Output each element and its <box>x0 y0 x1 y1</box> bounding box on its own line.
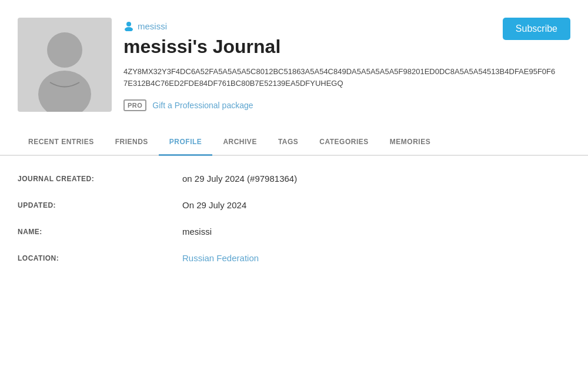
page-header: mesissi mesissi's Journal 4ZY8MX32Y3F4DC… <box>0 0 588 124</box>
label-location: LOCATION: <box>18 253 182 262</box>
avatar <box>18 18 112 112</box>
pro-line: PRO Gift a Professional package <box>123 99 570 111</box>
hash-code: 4ZY8MX32Y3F4DC6A52FA5A5A5A5C8012BC51863A… <box>123 66 559 89</box>
subscribe-button[interactable]: Subscribe <box>503 18 570 40</box>
label-name: NAME: <box>18 227 182 236</box>
tab-archive[interactable]: ARCHIVE <box>212 129 268 156</box>
tab-friends[interactable]: FRIENDS <box>105 129 159 156</box>
value-journal-created: on 29 July 2024 (#97981364) <box>182 174 297 184</box>
svg-point-1 <box>47 32 82 68</box>
value-location[interactable]: Russian Federation <box>182 253 259 263</box>
tab-categories[interactable]: CATEGORIES <box>309 129 379 156</box>
username-link[interactable]: mesissi <box>138 21 167 31</box>
svg-point-4 <box>125 27 133 31</box>
svg-point-3 <box>126 22 131 26</box>
profile-content: JOURNAL CREATED: on 29 July 2024 (#97981… <box>0 156 588 297</box>
profile-row-location: LOCATION: Russian Federation <box>18 253 570 263</box>
tab-recent-entries[interactable]: RECENT ENTRIES <box>18 129 105 156</box>
value-updated: On 29 July 2024 <box>182 200 246 210</box>
pro-badge: PRO <box>123 99 146 111</box>
profile-row-name: NAME: mesissi <box>18 227 570 237</box>
label-updated: UPDATED: <box>18 200 182 209</box>
value-name: mesissi <box>182 227 212 237</box>
tab-tags[interactable]: TAGS <box>268 129 309 156</box>
label-journal-created: JOURNAL CREATED: <box>18 174 182 183</box>
tab-profile[interactable]: PROFILE <box>159 129 213 156</box>
gift-link[interactable]: Gift a Professional package <box>152 101 253 110</box>
user-icon <box>123 21 134 31</box>
tab-memories[interactable]: MEMORIES <box>379 129 441 156</box>
nav-tabs: RECENT ENTRIES FRIENDS PROFILE ARCHIVE T… <box>0 129 588 156</box>
profile-row-updated: UPDATED: On 29 July 2024 <box>18 200 570 210</box>
profile-row-journal-created: JOURNAL CREATED: on 29 July 2024 (#97981… <box>18 174 570 184</box>
